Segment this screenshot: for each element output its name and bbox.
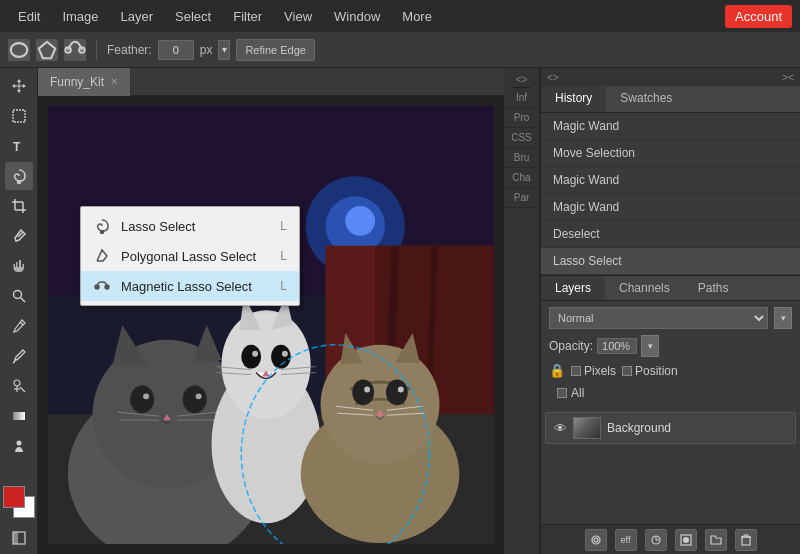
feather-unit: px [200, 43, 213, 57]
opacity-arrow[interactable]: ▾ [641, 335, 659, 357]
svg-point-71 [95, 285, 99, 289]
blend-mode-select[interactable]: Normal [549, 307, 768, 329]
adjustment-button[interactable] [645, 529, 667, 551]
svg-point-12 [13, 291, 21, 299]
toolbox: T [0, 68, 38, 554]
side-pro-label[interactable]: Pro [504, 108, 539, 128]
svg-point-37 [196, 393, 202, 399]
history-item-0[interactable]: Magic Wand [541, 113, 800, 140]
dodge-tool[interactable] [5, 432, 33, 460]
fx-button[interactable]: eff [615, 529, 637, 551]
svg-rect-16 [13, 412, 25, 420]
ctx-lasso-select[interactable]: Lasso Select L [81, 211, 299, 241]
text-tool[interactable]: T [5, 132, 33, 160]
tab-label: Funny_Kit [50, 75, 104, 89]
refine-edge-button[interactable]: Refine Edge [236, 39, 315, 61]
tab-channels[interactable]: Channels [605, 276, 684, 300]
clone-tool[interactable] [5, 372, 33, 400]
pencil-tool[interactable] [5, 312, 33, 340]
layer-visibility-toggle[interactable]: 👁 [554, 421, 567, 436]
tab-history[interactable]: History [541, 86, 606, 112]
layer-thumbnail [573, 417, 601, 439]
svg-point-6 [17, 181, 20, 184]
tab-swatches[interactable]: Swatches [606, 86, 686, 112]
tab-layers[interactable]: Layers [541, 276, 605, 300]
svg-rect-78 [742, 537, 750, 545]
menu-window[interactable]: Window [324, 5, 390, 28]
tab-bar: Funny_Kit ✕ [38, 68, 504, 96]
svg-line-13 [20, 298, 25, 303]
all-label: All [571, 386, 584, 400]
position-checkbox-label[interactable]: Position [622, 364, 678, 378]
quick-mask-tool[interactable] [5, 524, 33, 552]
side-inf-label[interactable]: Inf [504, 88, 539, 108]
menu-layer[interactable]: Layer [111, 5, 164, 28]
layers-tab-bar: Layers Channels Paths [541, 275, 800, 301]
magnify-tool[interactable] [5, 282, 33, 310]
menu-filter[interactable]: Filter [223, 5, 272, 28]
side-cha-label[interactable]: Cha [504, 168, 539, 188]
feather-input[interactable] [158, 40, 194, 60]
mask-button[interactable] [675, 529, 697, 551]
all-checkbox[interactable] [557, 388, 567, 398]
svg-point-48 [252, 351, 258, 357]
menu-more[interactable]: More [392, 5, 442, 28]
svg-point-62 [386, 380, 408, 406]
svg-point-34 [130, 385, 154, 413]
menu-view[interactable]: View [274, 5, 322, 28]
gradient-tool[interactable] [5, 402, 33, 430]
pixels-checkbox[interactable] [571, 366, 581, 376]
opacity-value[interactable]: 100% [597, 338, 637, 354]
new-group-button[interactable] [585, 529, 607, 551]
history-item-5[interactable]: Lasso Select [541, 248, 800, 275]
select-tool[interactable] [5, 102, 33, 130]
hand-tool[interactable] [5, 252, 33, 280]
toolbar-magnetic-icon[interactable] [64, 39, 86, 61]
ctx-lasso-label: Lasso Select [121, 219, 195, 234]
menu-edit[interactable]: Edit [8, 5, 50, 28]
menu-account[interactable]: Account [725, 5, 792, 28]
foreground-color-swatch[interactable] [3, 486, 25, 508]
right-panel: <> >< History Swatches Magic Wand Move S… [540, 68, 800, 554]
side-bru-label[interactable]: Bru [504, 148, 539, 168]
pixels-label: Pixels [584, 364, 616, 378]
history-item-3[interactable]: Magic Wand [541, 194, 800, 221]
ctx-magnetic-select[interactable]: Magnetic Lasso Select L [81, 271, 299, 301]
panel-left-toggle[interactable]: <> [547, 72, 559, 83]
layer-row[interactable]: 👁 Background [545, 412, 796, 444]
tab-close-button[interactable]: ✕ [110, 76, 118, 87]
feather-dropdown[interactable]: ▾ [218, 40, 230, 60]
panel-collapse-toggle[interactable]: <> [512, 72, 532, 88]
folder-button[interactable] [705, 529, 727, 551]
toolbar-lasso-icon[interactable] [8, 39, 30, 61]
color-swatches[interactable] [3, 486, 35, 518]
side-css-label[interactable]: CSS [504, 128, 539, 148]
toolbar-polygonal-icon[interactable] [36, 39, 58, 61]
side-panel-labels: <> Inf Pro CSS Bru Cha Par [504, 68, 540, 554]
tab-paths[interactable]: Paths [684, 276, 743, 300]
ctx-polygonal-select[interactable]: Polygonal Lasso Select L [81, 241, 299, 271]
svg-point-74 [594, 538, 598, 542]
menu-select[interactable]: Select [165, 5, 221, 28]
menu-image[interactable]: Image [52, 5, 108, 28]
lasso-tool[interactable] [5, 162, 33, 190]
canvas-content[interactable]: Lasso Select L Polygonal Lasso Select L [38, 96, 504, 554]
blend-mode-arrow[interactable]: ▾ [774, 307, 792, 329]
panel-right-toggle[interactable]: >< [782, 72, 794, 83]
magnetic-icon [93, 277, 111, 295]
file-tab[interactable]: Funny_Kit ✕ [38, 68, 131, 96]
side-par-label[interactable]: Par [504, 188, 539, 208]
svg-point-73 [592, 536, 600, 544]
position-checkbox[interactable] [622, 366, 632, 376]
delete-layer-button[interactable] [735, 529, 757, 551]
svg-point-35 [143, 393, 149, 399]
move-tool[interactable] [5, 72, 33, 100]
crop-tool[interactable] [5, 192, 33, 220]
history-item-2[interactable]: Magic Wand [541, 167, 800, 194]
history-item-4[interactable]: Deselect [541, 221, 800, 248]
history-item-1[interactable]: Move Selection [541, 140, 800, 167]
brush-tool[interactable] [5, 342, 33, 370]
ctx-polygonal-shortcut: L [280, 249, 287, 263]
eyedropper-tool[interactable] [5, 222, 33, 250]
pixels-checkbox-label[interactable]: Pixels [571, 364, 616, 378]
